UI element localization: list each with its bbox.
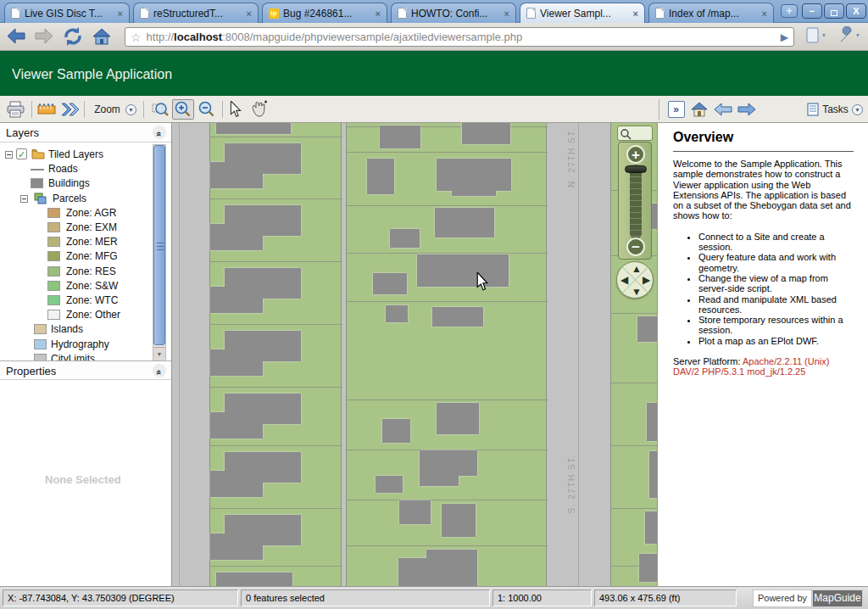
new-tab-button[interactable]: + (781, 4, 798, 18)
page-menu-button[interactable] (804, 26, 832, 47)
layer-tree-item[interactable]: Zone: EXM (0, 221, 151, 235)
layer-tree-item[interactable]: Zone: S&W (0, 279, 151, 293)
overview-bullet-list: Connect to a Site and create a session.Q… (673, 232, 856, 346)
pan-left-icon[interactable]: ◀ (620, 275, 628, 285)
url-text[interactable]: http://localhost:8008/mapguide/phpviewer… (147, 31, 776, 43)
pan-down-icon[interactable]: ▼ (632, 287, 642, 297)
print-button[interactable] (5, 99, 27, 120)
back-icon (6, 26, 26, 47)
tab-close-icon[interactable]: × (376, 8, 381, 19)
tasks-dropdown[interactable]: Tasks ▼ (807, 99, 863, 120)
refresh-button[interactable] (63, 26, 85, 47)
layer-checkbox[interactable]: ✓ (16, 148, 27, 159)
properties-collapse-button[interactable]: « (153, 364, 166, 377)
layer-tree-item[interactable]: CityLimits (0, 352, 151, 360)
ruler-icon (37, 103, 56, 115)
scrollbar-thumb[interactable] (153, 145, 165, 345)
pan-up-icon[interactable]: ▲ (632, 264, 642, 274)
map-viewport[interactable]: N. 27TH ST. S. 27TH ST. + − (172, 123, 657, 586)
tab-close-icon[interactable]: × (762, 8, 767, 19)
layer-tree-item[interactable]: ✓Tiled Layers (0, 148, 151, 162)
tree-expander-icon[interactable] (20, 195, 28, 203)
layer-tree-item[interactable]: Zone: RES (0, 265, 151, 279)
layer-tree-item[interactable]: Zone: WTC (0, 293, 151, 308)
layers-collapse-button[interactable]: « (153, 126, 166, 139)
street-label-north: N. 27TH ST. (567, 127, 576, 187)
properties-panel-body: None Selected (0, 380, 171, 586)
zoom-plus-button[interactable]: + (626, 145, 645, 164)
close-window-button[interactable]: X (846, 3, 866, 19)
mapguide-logo[interactable]: MapGuide (812, 589, 863, 607)
home-button[interactable] (92, 26, 114, 47)
layer-label: Zone: Other (66, 309, 120, 321)
layer-tree-item[interactable]: Islands (0, 322, 151, 337)
browser-tab-1[interactable]: Live GIS Disc T...× (4, 3, 130, 23)
map-search-bar[interactable] (617, 126, 653, 141)
go-arrow-icon[interactable]: ▶ (781, 31, 788, 43)
building-part (437, 403, 479, 434)
select-tool-button[interactable] (225, 99, 246, 120)
layer-tree-item[interactable]: Roads (0, 162, 151, 176)
browser-tab-6[interactable]: Index of /map...× (648, 3, 774, 23)
tab-close-icon[interactable]: × (633, 8, 638, 19)
layer-tree-item[interactable]: Zone: MER (0, 235, 151, 249)
bookmark-star-icon[interactable]: ☆ (131, 31, 142, 44)
tab-label: Bug #246861... (283, 8, 371, 20)
layer-label: Roads (48, 163, 78, 175)
zoom-minus-button[interactable]: − (626, 237, 645, 256)
maximize-button[interactable] (824, 3, 844, 19)
expand-panel-button[interactable]: » (659, 99, 693, 120)
browser-tab-5[interactable]: Viewer Sampl...× (520, 3, 645, 23)
legend-swatch (47, 251, 60, 261)
buffer-tool-button[interactable] (59, 99, 81, 120)
layer-tree-item[interactable]: Zone: AGR (0, 206, 151, 221)
task-back-button[interactable] (712, 99, 734, 120)
browser-tab-2[interactable]: reStructuredT...× (133, 3, 259, 23)
building-part (645, 511, 657, 544)
zoom-dropdown[interactable]: Zoom ▼ (90, 99, 141, 120)
zoom-in-button[interactable] (172, 99, 194, 120)
zoom-slider-handle[interactable] (625, 165, 647, 173)
lot-line (210, 324, 342, 325)
building-part (216, 123, 291, 134)
layer-tree-item[interactable]: Parcels (0, 192, 151, 206)
layer-tree-item[interactable]: Zone: Other (0, 308, 151, 322)
task-home-button[interactable] (688, 99, 710, 120)
lot-line (347, 545, 548, 546)
tools-wrench-button[interactable] (837, 26, 866, 47)
maximize-icon (831, 10, 837, 16)
building-part (380, 126, 420, 148)
address-bar[interactable]: ☆ http://localhost:8008/mapguide/phpview… (125, 27, 794, 47)
lot-line (347, 126, 548, 127)
browser-tab-3[interactable]: lpBug #246861...× (262, 3, 387, 23)
search-icon (620, 128, 632, 140)
minimize-button[interactable]: − (802, 3, 822, 19)
zoom-rectangle-button[interactable] (149, 99, 171, 120)
page-favicon (398, 8, 407, 19)
pan-tool-button[interactable] (248, 99, 271, 120)
zoom-slider: + − (618, 142, 652, 260)
zoom-slider-track[interactable] (630, 165, 642, 239)
tab-close-icon[interactable]: × (504, 8, 509, 19)
forward-button[interactable] (34, 26, 56, 47)
scrollbar-down-button[interactable]: ▼ (153, 347, 165, 361)
tree-expander-icon[interactable] (5, 151, 13, 159)
pan-rosette[interactable]: ▲ ▼ ◀ ▶ (616, 261, 654, 299)
tab-close-icon[interactable]: × (247, 8, 252, 19)
layer-tree-item[interactable]: Hydrography (0, 338, 151, 352)
zoom-out-button[interactable] (196, 99, 218, 120)
browser-tab-4[interactable]: HOWTO: Confi...× (391, 3, 516, 23)
overview-panel: Overview Welcome to the Sample Applicati… (657, 123, 868, 586)
layer-label: Zone: AGR (66, 207, 116, 219)
task-forward-button[interactable] (736, 99, 758, 120)
layer-tree-item[interactable]: Zone: MFG (0, 249, 151, 264)
pan-right-icon[interactable]: ▶ (643, 275, 650, 285)
building-part (210, 349, 263, 376)
layers-scrollbar[interactable]: ▼ (153, 144, 166, 362)
measure-button[interactable] (36, 99, 58, 120)
home-task-icon (690, 101, 709, 118)
back-button[interactable] (6, 26, 28, 47)
tab-close-icon[interactable]: × (118, 8, 123, 19)
browser-window: Live GIS Disc T...×reStructuredT...×lpBu… (0, 0, 868, 609)
layer-tree-item[interactable]: Buildings (0, 176, 151, 191)
